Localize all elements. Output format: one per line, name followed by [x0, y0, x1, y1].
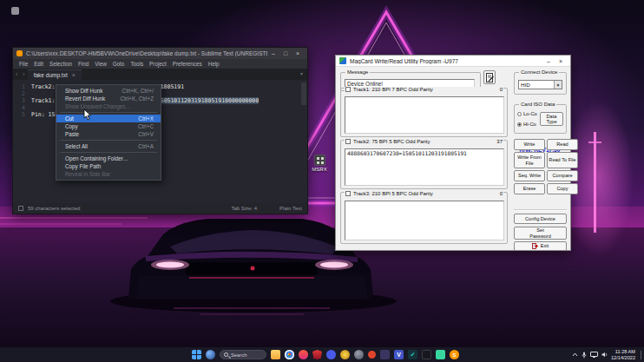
menu-preferences[interactable]: Preferences [173, 61, 202, 67]
vcs-icon[interactable] [18, 206, 23, 211]
close-button[interactable]: × [555, 56, 567, 67]
steam-icon[interactable] [354, 350, 364, 359]
exit-button[interactable]: Exit [514, 241, 567, 251]
track2-checkbox[interactable] [345, 139, 351, 144]
file-explorer-icon[interactable] [271, 350, 280, 359]
minimize-button[interactable]: – [542, 56, 555, 67]
minimap[interactable] [301, 82, 306, 105]
tab-overflow-icon[interactable]: ▾ [296, 69, 307, 80]
tab-scroll-left-icon[interactable]: ‹ [13, 69, 20, 80]
sublime-taskbar-icon[interactable]: S [450, 350, 459, 359]
device-select[interactable]: HID ▼ [518, 80, 562, 89]
close-button[interactable]: × [292, 48, 304, 59]
menu-item-copy[interactable]: Copy Ctrl+C [56, 122, 161, 130]
discord-icon[interactable] [326, 350, 336, 359]
menu-tools[interactable]: Tools [130, 61, 143, 67]
medal-icon[interactable] [380, 350, 390, 359]
track2-count: 37 [496, 139, 503, 144]
origin-icon[interactable] [368, 351, 376, 359]
widgets-icon[interactable] [206, 350, 215, 359]
menu-separator [60, 140, 157, 141]
track1-data-field[interactable] [345, 96, 504, 134]
compare-button[interactable]: Compare [547, 170, 578, 181]
hi-co-label: Hi-Co [523, 122, 536, 127]
lo-co-radio-row[interactable]: Lo-Co [517, 111, 537, 116]
connect-device-label: Connect Device [519, 69, 559, 76]
tab-scroll-right-icon[interactable]: › [20, 69, 27, 80]
chrome-icon[interactable] [285, 350, 294, 359]
read-to-file-button[interactable]: Read To File [547, 152, 578, 168]
menu-file[interactable]: File [19, 61, 28, 67]
shortcut-hint: Ctrl+V [138, 131, 154, 137]
speaker-icon[interactable] [601, 352, 608, 358]
brave-icon[interactable] [299, 350, 308, 359]
menu-help[interactable]: Help [208, 61, 220, 67]
tab-fake-dump[interactable]: fake dump.txt × [28, 69, 82, 80]
msr-titlebar[interactable]: MagCard Write/Read Utility Program -U977… [336, 56, 570, 67]
menu-item-paste[interactable]: Paste Ctrl+V [56, 130, 161, 138]
syntax-indicator[interactable]: Plain Text [279, 206, 302, 211]
screen-recorder-icon[interactable] [436, 350, 445, 359]
vmware-icon[interactable]: V [394, 350, 404, 359]
read-button[interactable]: Read [547, 139, 578, 150]
menu-item-revert-diff-hunk[interactable]: Revert Diff Hunk Ctrl+K, Ctrl+Z [56, 95, 161, 102]
config-device-button[interactable]: Config Device [514, 214, 567, 224]
menu-project[interactable]: Project [149, 61, 167, 67]
sublime-tabbar: ‹ › fake dump.txt × ▾ [13, 69, 307, 80]
chevron-up-icon[interactable] [572, 352, 578, 357]
menu-item-copy-file-path[interactable]: Copy File Path [56, 162, 161, 170]
line-number: 3 [13, 97, 25, 104]
menu-goto[interactable]: Goto [113, 61, 125, 67]
tab-label: fake dump.txt [34, 72, 68, 78]
data-type-button[interactable]: Data Type [540, 112, 563, 126]
hi-co-radio-row[interactable]: Hi-Co [517, 122, 536, 127]
track3-data-field[interactable] [345, 201, 504, 240]
tab-close-icon[interactable]: × [72, 72, 76, 78]
erase-button[interactable]: Erase [514, 183, 545, 194]
menu-item-show-diff-hunk[interactable]: Show Diff Hunk Ctrl+K, Ctrl+/ [56, 87, 161, 95]
set-password-button[interactable]: Set Password [514, 227, 567, 240]
lo-co-radio[interactable] [517, 112, 522, 116]
sublime-titlebar[interactable]: C:\Users\xxx.DESKTOP-HM5BVW\OneDrive\Des… [13, 48, 307, 59]
menu-edit[interactable]: Edit [34, 61, 43, 67]
clock[interactable]: 11:28 AM 12/14/2022 [611, 349, 635, 360]
lo-co-label: Lo-Co [523, 111, 537, 116]
terminal-icon[interactable] [422, 350, 431, 359]
desktop-shortcut-msrx[interactable]: MSRX [306, 155, 332, 172]
menu-item-select-all[interactable]: Select All Ctrl+A [56, 142, 161, 150]
minimize-button[interactable]: – [267, 48, 279, 59]
code-text: Track1: [31, 97, 58, 104]
card-iso-group: Card ISO Data Lo-Co Hi-Co Data Type [514, 104, 567, 134]
microphone-icon[interactable] [582, 352, 587, 359]
hi-co-radio[interactable] [517, 122, 522, 127]
write-button[interactable]: Write [514, 139, 545, 150]
show-desktop-button[interactable] [641, 351, 641, 359]
track2-group: Track2: 75 BPI 5 BPC Odd Parity 37 48886… [340, 140, 508, 189]
cheat-engine-icon[interactable] [340, 350, 350, 359]
write-from-file-button[interactable]: Write From File [514, 152, 545, 168]
menu-selection[interactable]: Selection [49, 61, 72, 67]
selection-status: 59 characters selected [28, 206, 80, 211]
context-menu: Show Diff Hunk Ctrl+K, Ctrl+/ Revert Dif… [56, 84, 161, 181]
device-status-button[interactable] [483, 70, 496, 84]
search-icon [224, 352, 228, 357]
menu-item-cut[interactable]: Cut Ctrl+X [56, 115, 161, 122]
track3-checkbox[interactable] [345, 191, 351, 196]
taskbar: Search V ✓ S [0, 347, 644, 362]
shortcut-hint: Ctrl+K, Ctrl+/ [122, 88, 154, 94]
start-button[interactable] [192, 350, 201, 359]
cast-display-icon[interactable] [590, 352, 598, 358]
taskbar-search[interactable]: Search [220, 350, 266, 359]
chevron-down-icon[interactable]: ▼ [554, 81, 562, 89]
menu-item-open-containing-folder[interactable]: Open Containing Folder… [56, 155, 161, 162]
maximize-button[interactable]: □ [279, 48, 292, 59]
menu-view[interactable]: View [95, 61, 107, 67]
defender-shield-icon[interactable] [312, 350, 322, 359]
seq-write-button[interactable]: Seq. Write [514, 170, 545, 181]
menu-find[interactable]: Find [78, 61, 89, 67]
track2-data-field[interactable]: 4888603170607238=15051011203191805191 [345, 148, 504, 186]
tick-app-icon[interactable]: ✓ [408, 350, 417, 359]
tab-size-indicator[interactable]: Tab Size: 4 [231, 206, 257, 211]
copy-button[interactable]: Copy [547, 183, 578, 194]
track1-checkbox[interactable] [345, 87, 351, 92]
